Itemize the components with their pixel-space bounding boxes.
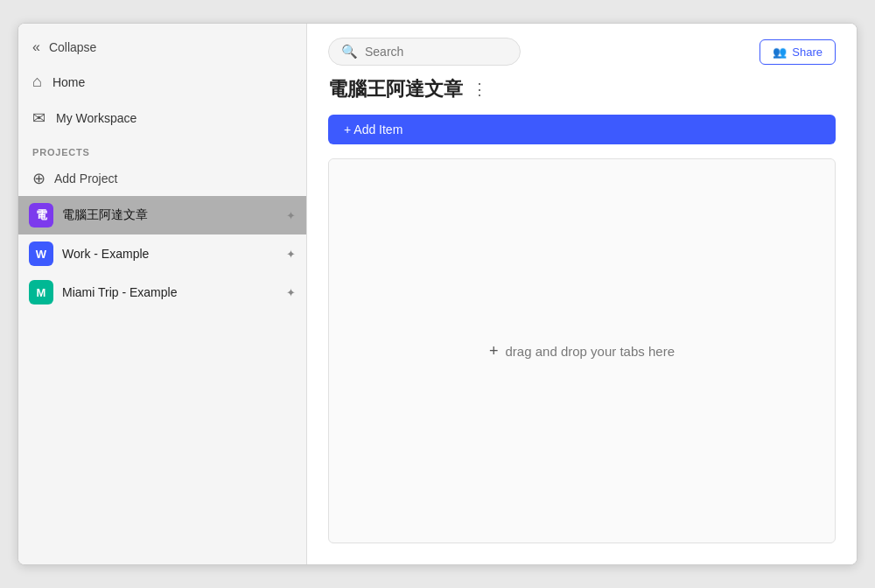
project-item-work[interactable]: W Work - Example ✦ bbox=[18, 234, 306, 273]
project-avatar-dian-nao: 電 bbox=[29, 203, 53, 228]
workspace-icon: ✉ bbox=[32, 108, 46, 128]
pin-icon-miami: ✦ bbox=[286, 286, 296, 299]
share-button[interactable]: 👥 Share bbox=[760, 39, 836, 65]
add-item-button[interactable]: + Add Item bbox=[328, 115, 836, 144]
pin-icon-dian-nao: ✦ bbox=[286, 209, 296, 222]
project-item-miami[interactable]: M Miami Trip - Example ✦ bbox=[18, 273, 306, 312]
sidebar: « Collapse ⌂ Home ✉ My Workspace PROJECT… bbox=[18, 24, 307, 564]
share-label: Share bbox=[792, 46, 822, 59]
drop-zone-text: drag and drop your tabs here bbox=[506, 344, 675, 359]
sidebar-item-home[interactable]: ⌂ Home bbox=[18, 64, 306, 100]
workspace-label: My Workspace bbox=[56, 111, 136, 125]
search-input[interactable] bbox=[365, 45, 505, 59]
pin-icon-work: ✦ bbox=[286, 248, 296, 261]
project-item-dian-nao[interactable]: 電 電腦王阿達文章 ✦ bbox=[18, 196, 306, 234]
project-name-dian-nao: 電腦王阿達文章 bbox=[62, 207, 283, 223]
main-header: 🔍 👥 Share 電腦王阿達文章 ⋮ + Add Item bbox=[307, 24, 857, 158]
page-title: 電腦王阿達文章 bbox=[328, 76, 463, 102]
main-panel: 🔍 👥 Share 電腦王阿達文章 ⋮ + Add Item bbox=[307, 24, 857, 564]
add-project-icon: ⊕ bbox=[32, 169, 46, 188]
project-avatar-work: W bbox=[29, 242, 53, 266]
main-content: 🔍 👥 Share 電腦王阿達文章 ⋮ + Add Item bbox=[307, 24, 857, 564]
collapse-button[interactable]: « Collapse bbox=[18, 31, 306, 64]
collapse-label: Collapse bbox=[49, 40, 96, 54]
project-name-work: Work - Example bbox=[62, 247, 283, 261]
page-title-row: 電腦王阿達文章 ⋮ bbox=[328, 76, 836, 102]
search-bar[interactable]: 🔍 bbox=[328, 38, 521, 66]
sidebar-item-workspace[interactable]: ✉ My Workspace bbox=[18, 100, 306, 136]
add-item-label: + Add Item bbox=[344, 122, 402, 136]
drop-plus-icon: + bbox=[489, 342, 499, 360]
more-options-icon[interactable]: ⋮ bbox=[472, 80, 487, 99]
collapse-icon: « bbox=[32, 39, 40, 55]
home-icon: ⌂ bbox=[32, 73, 42, 91]
project-avatar-miami: M bbox=[29, 280, 53, 304]
search-icon: 🔍 bbox=[341, 44, 358, 60]
home-label: Home bbox=[52, 75, 85, 89]
projects-section-label: PROJECTS bbox=[18, 136, 306, 161]
share-icon: 👥 bbox=[773, 46, 787, 59]
drop-zone[interactable]: + drag and drop your tabs here bbox=[328, 158, 836, 543]
top-bar: 🔍 👥 Share bbox=[328, 38, 836, 66]
add-project-button[interactable]: ⊕ Add Project bbox=[18, 161, 306, 196]
project-name-miami: Miami Trip - Example bbox=[62, 285, 283, 299]
add-project-label: Add Project bbox=[54, 172, 117, 186]
